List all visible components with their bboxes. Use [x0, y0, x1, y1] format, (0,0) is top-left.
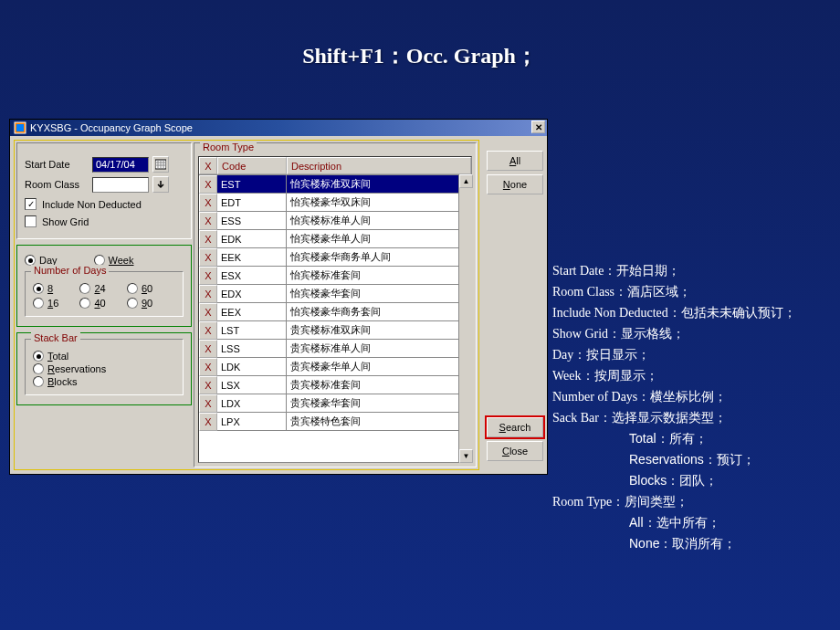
- col-x[interactable]: X: [199, 157, 217, 174]
- row-x-cell[interactable]: X: [199, 212, 217, 230]
- row-code-cell: ESX: [217, 267, 287, 285]
- window-title: KYXSBG - Occupancy Graph Scope: [30, 122, 193, 133]
- stack-bar-title: Stack Bar: [31, 332, 80, 343]
- row-desc-cell: 贵宾楼豪华单人间: [287, 358, 471, 376]
- dropdown-icon[interactable]: [152, 176, 169, 193]
- row-desc-cell: 贵宾楼标准双床间: [287, 321, 471, 340]
- row-code-cell: LPX: [217, 413, 287, 431]
- svg-rect-1: [16, 124, 24, 131]
- legend-line: Room Type：房间类型；: [552, 491, 831, 512]
- table-row[interactable]: XEDX怡宾楼豪华套间: [199, 285, 471, 303]
- stack-total-label: Total: [47, 351, 68, 362]
- app-icon: [14, 121, 26, 134]
- table-row[interactable]: XEDT怡宾楼豪华双床间: [199, 194, 471, 212]
- table-row[interactable]: XEST怡宾楼标准双床间: [199, 175, 471, 194]
- table-row[interactable]: XLDK贵宾楼豪华单人间: [199, 358, 471, 376]
- table-row[interactable]: XESX怡宾楼标准套间: [199, 267, 471, 285]
- none-button[interactable]: None: [487, 174, 543, 194]
- close-icon[interactable]: ✕: [531, 121, 545, 133]
- window-titlebar[interactable]: KYXSBG - Occupancy Graph Scope ✕: [10, 120, 547, 136]
- days-40-label: 40: [94, 298, 105, 309]
- legend-line: Include Non Deducted：包括未未确认预订；: [552, 302, 831, 323]
- show-grid-checkbox[interactable]: [25, 215, 37, 227]
- row-desc-cell: 怡宾楼标准单人间: [287, 212, 471, 230]
- table-row[interactable]: XEDK怡宾楼豪华单人间: [199, 230, 471, 248]
- row-x-cell[interactable]: X: [199, 321, 217, 340]
- stack-reservations-label: Reservations: [47, 363, 106, 374]
- search-button[interactable]: Search: [487, 417, 543, 437]
- legend-line: Number of Days：横坐标比例；: [552, 386, 831, 407]
- row-desc-cell: 怡宾楼标准套间: [287, 267, 471, 285]
- main-content: Start Date 04/17/04 Room Class: [14, 140, 479, 470]
- table-scrollbar[interactable]: ▲ ▼: [458, 174, 472, 463]
- days-8-label: 8: [47, 283, 53, 294]
- days-8-radio[interactable]: [33, 283, 44, 294]
- table-header: X Code Description: [199, 157, 471, 175]
- row-x-cell[interactable]: X: [199, 285, 217, 303]
- legend-line: Room Class：酒店区域；: [552, 281, 831, 302]
- scroll-up-icon[interactable]: ▲: [459, 174, 473, 188]
- number-of-days-group: Number of Days 82460164090: [25, 271, 184, 317]
- row-x-cell[interactable]: X: [199, 413, 217, 431]
- button-column: All None Search Close: [487, 140, 543, 470]
- stack-bar-group: Stack Bar TotalReservationsBlocks: [25, 339, 184, 395]
- table-row[interactable]: XLSS贵宾楼标准单人间: [199, 340, 471, 358]
- row-code-cell: ESS: [217, 212, 287, 230]
- row-x-cell[interactable]: X: [199, 358, 217, 376]
- days-24-radio[interactable]: [79, 283, 90, 294]
- row-x-cell[interactable]: X: [199, 394, 217, 413]
- occupancy-graph-window: KYXSBG - Occupancy Graph Scope ✕ Start D…: [9, 119, 548, 475]
- row-code-cell: LST: [217, 321, 287, 340]
- room-class-label: Room Class: [25, 179, 92, 190]
- days-40-radio[interactable]: [79, 298, 90, 309]
- row-x-cell[interactable]: X: [199, 194, 217, 212]
- col-code[interactable]: Code: [217, 157, 287, 174]
- row-desc-cell: 怡宾楼豪华双床间: [287, 194, 471, 212]
- room-type-table: X Code Description XEST怡宾楼标准双床间XEDT怡宾楼豪华…: [198, 156, 472, 463]
- row-x-cell[interactable]: X: [199, 175, 217, 194]
- week-label: Week: [109, 255, 134, 266]
- row-code-cell: EEX: [217, 303, 287, 321]
- table-row[interactable]: XLST贵宾楼标准双床间: [199, 321, 471, 340]
- row-desc-cell: 贵宾楼特色套间: [287, 413, 471, 431]
- room-class-field[interactable]: [92, 177, 149, 193]
- table-row[interactable]: XLSX贵宾楼标准套间: [199, 376, 471, 394]
- days-16-radio[interactable]: [33, 298, 44, 309]
- days-60-radio[interactable]: [127, 283, 138, 294]
- row-x-cell[interactable]: X: [199, 248, 217, 267]
- row-desc-cell: 贵宾楼标准单人间: [287, 340, 471, 358]
- period-days-panel: Day Week Number of Days 82460164090: [16, 245, 192, 327]
- close-button[interactable]: Close: [487, 441, 543, 461]
- legend-line: Total：所有；: [552, 428, 831, 449]
- all-button[interactable]: All: [487, 151, 543, 171]
- legend-line: Show Grid：显示格线；: [552, 323, 831, 344]
- scroll-down-icon[interactable]: ▼: [459, 449, 473, 463]
- row-x-cell[interactable]: X: [199, 267, 217, 285]
- table-row[interactable]: XEEK怡宾楼豪华商务单人间: [199, 248, 471, 267]
- row-x-cell[interactable]: X: [199, 376, 217, 394]
- legend-line: Day：按日显示；: [552, 344, 831, 365]
- row-x-cell[interactable]: X: [199, 303, 217, 321]
- row-x-cell[interactable]: X: [199, 340, 217, 358]
- table-row[interactable]: XLDX贵宾楼豪华套间: [199, 394, 471, 413]
- legend-line: Sack Bar：选择显示数据类型；: [552, 407, 831, 428]
- stack-total-radio[interactable]: [33, 351, 44, 362]
- table-row[interactable]: XEEX怡宾楼豪华商务套间: [199, 303, 471, 321]
- stack-reservations-radio[interactable]: [33, 363, 44, 374]
- calendar-icon[interactable]: [152, 156, 169, 173]
- row-code-cell: LSS: [217, 340, 287, 358]
- stack-blocks-radio[interactable]: [33, 376, 44, 387]
- row-desc-cell: 怡宾楼标准双床间: [287, 175, 471, 194]
- include-non-deducted-checkbox[interactable]: ✓: [25, 198, 37, 210]
- row-code-cell: LDX: [217, 394, 287, 413]
- legend-line: Blocks：团队；: [552, 470, 831, 491]
- row-x-cell[interactable]: X: [199, 230, 217, 248]
- col-desc[interactable]: Description: [287, 157, 471, 174]
- days-16-label: 16: [47, 298, 58, 309]
- start-date-field[interactable]: 04/17/04: [92, 157, 149, 173]
- show-grid-label: Show Grid: [42, 216, 89, 227]
- table-row[interactable]: XLPX贵宾楼特色套间: [199, 413, 471, 431]
- table-row[interactable]: XESS怡宾楼标准单人间: [199, 212, 471, 230]
- stack-blocks-label: Blocks: [47, 376, 77, 387]
- days-90-radio[interactable]: [127, 298, 138, 309]
